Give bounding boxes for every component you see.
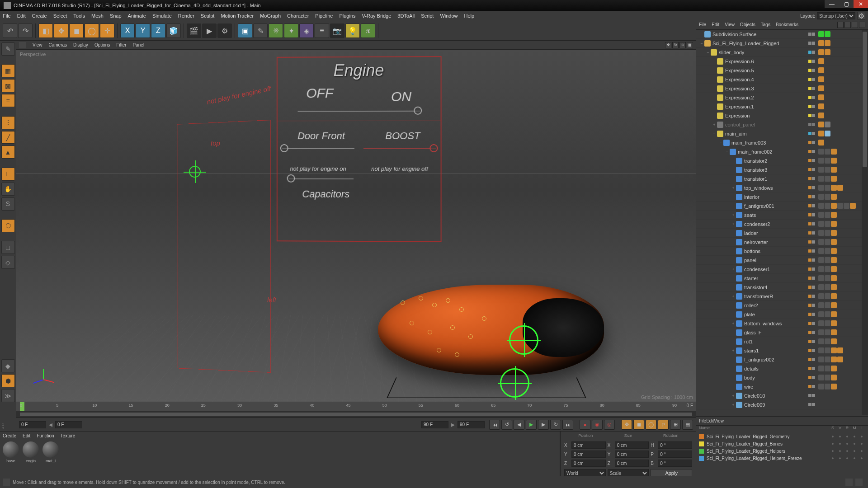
tag-icon[interactable]	[831, 203, 837, 209]
visibility-dot[interactable]	[812, 168, 815, 171]
workplane-button[interactable]: ≡	[1, 94, 15, 107]
python-button[interactable]: 𝛑	[361, 23, 375, 38]
menu-help[interactable]: Help	[464, 13, 475, 19]
object-row[interactable]: +stairs1	[696, 346, 868, 355]
live-select-button[interactable]: ◧	[38, 23, 53, 38]
visibility-dot[interactable]	[812, 96, 815, 99]
tag-icon[interactable]	[831, 176, 837, 182]
material-mat_i[interactable]: mat_i	[42, 441, 60, 463]
vp-menu-display[interactable]: Display	[73, 42, 88, 47]
tag-icon[interactable]	[831, 302, 837, 308]
layer-toggle[interactable]: ●	[858, 434, 865, 439]
visibility-dot[interactable]	[808, 295, 811, 298]
pos-y-input[interactable]	[571, 450, 606, 458]
object-name[interactable]: roller2	[744, 303, 805, 308]
visibility-dot[interactable]	[808, 123, 811, 126]
object-row[interactable]: Expression.2	[696, 93, 868, 102]
tag-icon[interactable]	[837, 347, 843, 353]
object-name[interactable]: glass_F	[744, 330, 805, 335]
visibility-dot[interactable]	[812, 349, 815, 352]
object-name[interactable]: interior	[744, 194, 805, 200]
object-name[interactable]: Sci_Fi_Flying_Loader_Rigged	[712, 41, 805, 46]
visibility-dot[interactable]	[808, 277, 811, 280]
tag-icon[interactable]	[837, 203, 843, 209]
tag-icon[interactable]	[831, 194, 837, 200]
layer-row[interactable]: Sci_Fi_Flying_Loader_Rigged_Bones●●●●●	[696, 440, 868, 447]
object-row[interactable]: Expression.3	[696, 84, 868, 93]
vehicle-mesh[interactable]	[364, 276, 618, 402]
visibility-dot[interactable]	[812, 240, 815, 244]
visibility-dot[interactable]	[812, 304, 815, 307]
vp-config-icon[interactable]	[19, 42, 26, 48]
object-name[interactable]: transistor4	[744, 285, 805, 290]
tag-icon[interactable]	[818, 85, 824, 91]
goto-end-button[interactable]: ⏭	[562, 420, 573, 430]
tag-icon[interactable]	[818, 293, 824, 299]
tag-icon[interactable]	[818, 113, 824, 118]
expand-icon[interactable]: +	[731, 348, 736, 353]
menu-3dtoall[interactable]: 3DToAll	[397, 13, 415, 19]
tag-icon[interactable]	[825, 248, 830, 254]
python-console-button[interactable]: ≫	[1, 389, 15, 402]
layer-toggle[interactable]: ●	[829, 449, 836, 453]
visibility-dot[interactable]	[812, 277, 815, 280]
visibility-dot[interactable]	[808, 358, 811, 361]
object-row[interactable]: details	[696, 364, 868, 373]
layer-toggle[interactable]: ●	[836, 434, 844, 439]
tag-icon[interactable]	[844, 203, 849, 209]
tag-icon[interactable]	[831, 311, 837, 317]
rot-h-input[interactable]	[658, 441, 692, 449]
object-row[interactable]: +control_panel	[696, 120, 868, 129]
object-name[interactable]: Expression.5	[725, 68, 805, 73]
object-name[interactable]: Circle009	[744, 402, 805, 408]
vp-nav-icon-3[interactable]: ⊕	[679, 42, 686, 48]
visibility-dot[interactable]	[808, 204, 811, 207]
tag-icon[interactable]	[818, 284, 824, 290]
layer-toggle[interactable]: ●	[851, 434, 858, 439]
om-menu-bookmarks[interactable]: Bookmarks	[776, 22, 798, 27]
tag-icon[interactable]	[825, 131, 830, 136]
mat-menu-texture[interactable]: Texture	[61, 433, 75, 438]
maximize-button[interactable]: ▢	[839, 0, 854, 8]
tag-icon[interactable]	[825, 185, 830, 191]
tag-icon[interactable]	[825, 158, 830, 164]
light-button[interactable]: 💡	[345, 23, 360, 38]
object-name[interactable]: Subdivision Surface	[712, 32, 805, 37]
joint-gizmo[interactable]	[500, 368, 529, 398]
tag-icon[interactable]	[825, 239, 830, 245]
visibility-dot[interactable]	[808, 222, 811, 225]
object-name[interactable]: Circle010	[744, 393, 805, 399]
tag-icon[interactable]	[818, 347, 824, 353]
visibility-dot[interactable]	[812, 87, 815, 90]
object-row[interactable]: +condenser1	[696, 265, 868, 274]
tag-icon[interactable]	[818, 167, 824, 173]
object-row[interactable]: −main_frame002	[696, 147, 868, 156]
autokey-button[interactable]: ◉	[592, 420, 603, 430]
visibility-dot[interactable]	[808, 349, 811, 352]
visibility-dot[interactable]	[812, 186, 815, 189]
object-row[interactable]: +top_windows	[696, 183, 868, 192]
om-search-icon[interactable]	[837, 22, 844, 28]
visibility-dot[interactable]	[808, 168, 811, 171]
tag-icon[interactable]	[831, 257, 837, 263]
object-name[interactable]: control_panel	[725, 122, 805, 127]
visibility-dot[interactable]	[808, 195, 811, 198]
layer-toggle[interactable]: ●	[836, 449, 844, 453]
tag-icon[interactable]	[825, 347, 830, 353]
om-scrollbar[interactable]	[863, 32, 867, 167]
tag-icon[interactable]	[818, 230, 824, 236]
tag-icon[interactable]	[825, 329, 830, 335]
object-name[interactable]: Expression.3	[725, 86, 805, 91]
vp-menu-view[interactable]: View	[33, 42, 42, 47]
status-render-icon[interactable]	[845, 479, 853, 486]
visibility-dot[interactable]	[812, 51, 815, 54]
tag-icon[interactable]	[850, 203, 856, 209]
tag-icon[interactable]	[818, 103, 824, 109]
tag-icon[interactable]	[818, 257, 824, 263]
tag-icon[interactable]	[825, 31, 830, 37]
menu-animate[interactable]: Animate	[128, 13, 146, 19]
object-row[interactable]: glass_F	[696, 328, 868, 337]
layer-row[interactable]: Sci_Fi_Flying_Loader_Rigged_Helpers_Free…	[696, 455, 868, 462]
key-pos-button[interactable]: ✥	[621, 420, 632, 430]
tag-icon[interactable]	[818, 176, 824, 182]
